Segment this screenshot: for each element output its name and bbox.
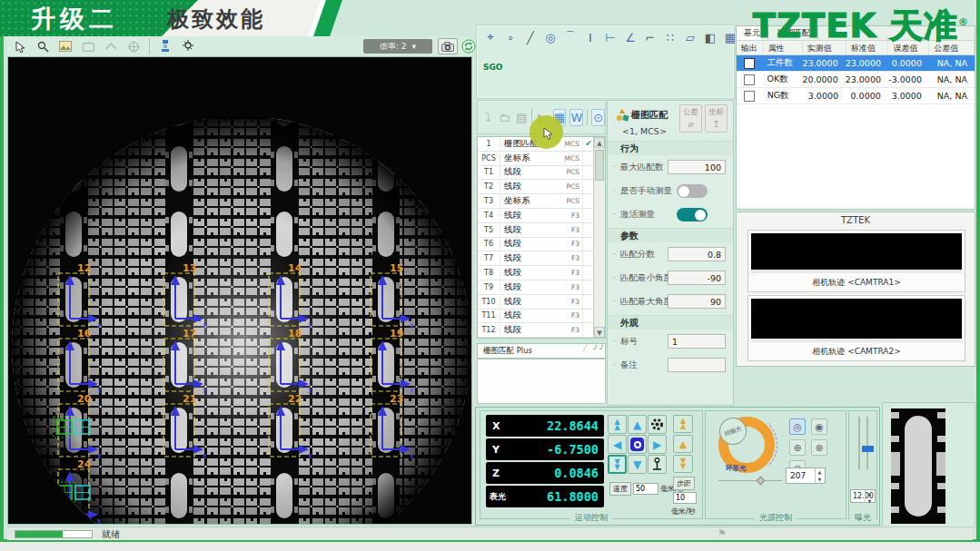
list-item[interactable]: T1线段PCS	[478, 166, 594, 181]
list-item[interactable]: T5线段F3	[478, 223, 594, 238]
jog-up-button[interactable]: ▲	[628, 415, 647, 434]
image-tool-icon[interactable]	[58, 39, 73, 54]
exposure-value-box[interactable]: 12.00▲▼	[850, 489, 876, 503]
z-up-button[interactable]: ▲	[673, 435, 693, 453]
active-measure-toggle[interactable]	[677, 208, 708, 221]
spinner-arrows[interactable]: ▲▼	[815, 468, 824, 483]
magnification-select[interactable]: 倍率: 2▾	[363, 39, 432, 54]
light-bulb-icon[interactable]	[181, 39, 195, 54]
dro-row: 表光61.8000	[486, 486, 604, 507]
z-dbldown-button[interactable]: ▼▼	[673, 455, 693, 473]
speed-input[interactable]	[633, 483, 658, 495]
list-item[interactable]: PCS坐标系MCS	[478, 152, 594, 166]
pan-tool-icon[interactable]	[81, 39, 95, 54]
height-icon[interactable]: I	[583, 30, 598, 44]
scroll-up-arrow[interactable]: ▲	[594, 137, 605, 148]
refresh-icon[interactable]	[461, 39, 476, 57]
refresh-icon[interactable]: ⊙	[591, 109, 605, 126]
program-tab[interactable]: 栅图匹配 Plus1-1	[477, 343, 606, 359]
manual-measure-toggle[interactable]	[677, 184, 708, 198]
light-intensity-slider[interactable]	[718, 477, 782, 485]
table-row[interactable]: OK数20.000023.0000-3.0000NA, NA	[737, 72, 975, 88]
light-channel-1-button[interactable]: ◎	[789, 418, 806, 435]
jog-dblup-button[interactable]: ▲▲	[608, 415, 627, 434]
feature-name: 线段	[500, 181, 557, 192]
list-item[interactable]: T6线段F3	[478, 238, 594, 252]
cursor-tool-icon[interactable]	[13, 39, 27, 54]
scroll-down-arrow[interactable]: ▼	[594, 327, 605, 338]
z-dblup-button[interactable]: ▲▲	[673, 415, 693, 433]
row-checkbox[interactable]	[744, 91, 755, 102]
max-angle-input[interactable]	[668, 294, 726, 309]
list-item[interactable]: T11线段F3	[478, 310, 594, 324]
arc-icon[interactable]: ⌒	[563, 30, 578, 44]
min-angle-input[interactable]	[668, 271, 726, 285]
list-item[interactable]: T12线段F3	[478, 323, 594, 338]
table-row[interactable]: 工件数23.000023.00000.0000NA, NA	[737, 55, 975, 72]
list-item[interactable]: T10线段F3	[478, 295, 594, 310]
angle-icon[interactable]: ∠	[623, 30, 638, 44]
list-item[interactable]: T8线段F3	[478, 266, 594, 280]
width-icon[interactable]: ⊢	[603, 30, 618, 44]
feature-list-scrollbar[interactable]: ▲ ▼	[593, 137, 605, 338]
list-item[interactable]: T7线段F3	[478, 251, 594, 266]
jog-right-button[interactable]: ▶	[648, 435, 667, 454]
feature-id: T11	[478, 311, 500, 320]
crosshair-icon[interactable]	[126, 39, 141, 54]
point-icon[interactable]: ∘	[503, 30, 518, 44]
match-score-input[interactable]	[668, 247, 726, 261]
focus-tool-icon[interactable]	[158, 39, 173, 54]
dro-display: X22.8644Y-6.7500Z0.0846表光61.8000	[486, 415, 604, 509]
list-item[interactable]: T2线段PCS	[478, 180, 594, 194]
tag-input[interactable]	[668, 334, 726, 349]
contour-icon[interactable]: ⌐	[643, 30, 658, 44]
jog-stop-button[interactable]	[628, 435, 647, 454]
light-value-box[interactable]: 207▲▼	[786, 467, 826, 484]
table-row[interactable]: NG数3.00000.00003.0000NA, NA	[737, 88, 975, 104]
light-channel-3-button[interactable]: ⊕	[789, 439, 806, 456]
save-icon[interactable]: ▤	[515, 109, 528, 126]
light-channel-2-button[interactable]: ◉	[811, 418, 827, 435]
jog-left-button[interactable]: ◀	[608, 435, 627, 454]
tolerance-button[interactable]: 公差⌀	[679, 104, 702, 133]
row-checkbox[interactable]	[744, 74, 755, 85]
line-icon[interactable]: ╱	[523, 30, 538, 44]
coordinate-button[interactable]: 坐标↥	[705, 104, 728, 133]
palette-icon[interactable]: ◧	[703, 30, 718, 44]
jog-dbldown-button[interactable]: ▼▼	[608, 455, 627, 474]
scatter-icon[interactable]: ∷	[663, 30, 678, 44]
max-match-input[interactable]	[668, 160, 726, 174]
attribute-cell: NG数	[763, 90, 802, 102]
tolerance-icon: ⌀	[680, 119, 701, 129]
spinner-arrows[interactable]: ▲▼	[865, 490, 874, 502]
eraser-icon[interactable]: ▱	[683, 30, 698, 44]
slider-thumb[interactable]	[757, 477, 766, 486]
measure-toolbar-panel: ⌖∘╱◎⌒I⊢∠⌐∷▱◧▦ SGO	[477, 25, 734, 98]
light-channel-4-button[interactable]: ⊗	[811, 439, 827, 456]
row-checkbox[interactable]	[744, 58, 755, 69]
exposure-slider-thumb[interactable]	[862, 446, 874, 452]
feature-ref: F3	[557, 283, 582, 291]
jog-gear-button[interactable]	[648, 415, 667, 434]
report-icon[interactable]: W	[569, 109, 583, 126]
jog-joystick-button[interactable]	[648, 455, 667, 474]
camera-viewport[interactable]: 12x13x14x15x16x17x18x19x20x21x22x23x24x	[7, 56, 472, 525]
svg-text:x: x	[97, 452, 102, 460]
scroll-thumb[interactable]	[595, 150, 604, 181]
snapshot-button[interactable]	[438, 38, 458, 54]
open-icon[interactable]: 🗀	[498, 109, 510, 126]
fit-view-icon[interactable]	[104, 39, 118, 54]
list-item[interactable]: T4线段F3	[478, 209, 594, 223]
step-button[interactable]: 步距	[673, 477, 695, 490]
jog-down-button[interactable]: ▼	[628, 455, 647, 474]
zoom-tool-icon[interactable]	[35, 39, 50, 54]
note-input[interactable]	[668, 358, 726, 372]
datum-icon[interactable]: ⌖	[483, 30, 498, 44]
circle-icon[interactable]: ◎	[543, 30, 558, 44]
speed-button[interactable]: 速度	[609, 482, 631, 496]
import-icon[interactable]: ⤵	[481, 109, 494, 126]
step-input[interactable]	[673, 492, 697, 504]
list-item[interactable]: T9线段F3	[478, 280, 594, 295]
list-item[interactable]: T3坐标系PCS	[478, 194, 594, 209]
field-max-match: · 最大匹配数	[608, 157, 733, 179]
